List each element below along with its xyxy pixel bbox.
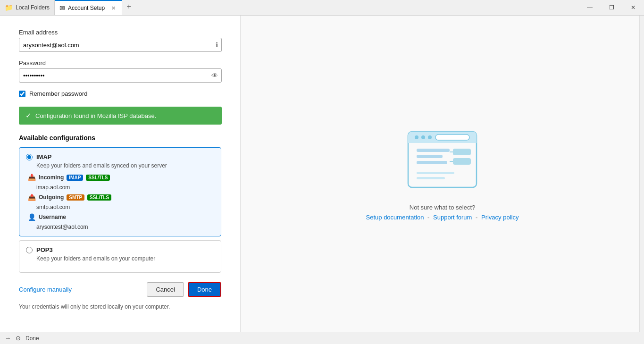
maximize-button[interactable]: ❐ — [601, 0, 622, 15]
svg-rect-7 — [417, 149, 450, 152]
smtp-badge: SMTP — [67, 194, 84, 201]
email-label: Email address — [19, 29, 221, 36]
svg-rect-10 — [453, 149, 471, 155]
username-label: Username — [39, 214, 66, 220]
tab-bar: 📁 Local Folders ✉ Account Setup ✕ + — [0, 0, 579, 15]
tab-account-setup-label: Account Setup — [68, 5, 105, 11]
svg-rect-14 — [417, 172, 454, 174]
success-banner: ✓ Configuration found in Mozilla ISP dat… — [19, 107, 222, 125]
incoming-icon: 📥 — [28, 174, 36, 181]
tab-local-folders[interactable]: 📁 Local Folders — [0, 0, 55, 15]
password-input-wrapper: 👁 — [19, 68, 222, 83]
svg-rect-9 — [417, 161, 447, 164]
window-controls: — ❐ ✕ — [579, 0, 644, 15]
footer-note: Your credentials will only be stored loc… — [19, 303, 221, 310]
email-input[interactable] — [19, 38, 222, 52]
pop3-description: Keep your folders and emails on your com… — [36, 255, 214, 262]
privacy-policy-link[interactable]: Privacy policy — [481, 214, 519, 221]
svg-point-5 — [428, 135, 432, 139]
password-label: Password — [19, 59, 221, 67]
email-input-wrapper: ℹ — [19, 38, 222, 52]
remember-password-checkbox[interactable] — [19, 91, 25, 97]
ssl-tls-badge-incoming: SSL/TLS — [86, 175, 110, 181]
status-arrow-icon: → — [5, 335, 11, 342]
outgoing-row: 📤 Outgoing SMTP SSL/TLS — [28, 193, 214, 201]
success-text: Configuration found in Mozilla ISP datab… — [35, 112, 156, 119]
svg-point-4 — [421, 135, 425, 139]
user-icon: 👤 — [28, 213, 36, 221]
new-tab-button[interactable]: + — [122, 0, 135, 13]
folder-icon: 📁 — [5, 4, 13, 11]
outgoing-label: Outgoing — [39, 194, 64, 201]
svg-rect-6 — [435, 134, 469, 140]
done-button[interactable]: Done — [188, 282, 221, 297]
close-tab-icon[interactable]: ✕ — [109, 4, 117, 12]
username-value: arysontest@aol.com — [36, 224, 214, 230]
minimize-button[interactable]: — — [579, 0, 601, 15]
checkmark-icon: ✓ — [25, 111, 32, 120]
outgoing-icon: 📤 — [28, 193, 36, 201]
separator2: - — [476, 214, 477, 221]
support-forum-link[interactable]: Support forum — [433, 214, 472, 221]
main-container: Email address ℹ Password 👁 Remember pass… — [0, 16, 644, 332]
button-row: Cancel Done — [147, 282, 221, 297]
incoming-row: 📥 Incoming IMAP SSL/TLS — [28, 174, 214, 181]
svg-rect-15 — [417, 177, 445, 179]
pop3-option[interactable]: POP3 Keep your folders and emails on you… — [19, 240, 221, 273]
password-input[interactable] — [19, 68, 222, 83]
remember-password-row: Remember password — [19, 90, 221, 97]
help-links: Setup documentation - Support forum - Pr… — [366, 214, 519, 221]
incoming-label: Incoming — [39, 174, 64, 181]
username-row: 👤 Username — [28, 213, 214, 221]
tab-account-setup[interactable]: ✉ Account Setup ✕ — [55, 0, 122, 15]
email-icon: ✉ — [59, 4, 65, 12]
svg-rect-8 — [417, 155, 443, 158]
show-password-icon[interactable]: 👁 — [211, 72, 218, 79]
password-group: Password 👁 — [19, 59, 221, 83]
not-sure-text: Not sure what to select? — [410, 204, 475, 211]
close-window-button[interactable]: ✕ — [622, 0, 644, 15]
imap-radio[interactable] — [26, 154, 33, 160]
svg-point-3 — [415, 135, 418, 139]
pop3-label: POP3 — [36, 246, 53, 253]
incoming-server: imap.aol.com — [36, 184, 214, 191]
tab-local-folders-label: Local Folders — [16, 4, 50, 11]
imap-header: IMAP — [26, 153, 214, 160]
configure-manually-link[interactable]: Configure manually — [19, 286, 72, 293]
pop3-header: POP3 — [26, 246, 214, 253]
separator1: - — [427, 214, 429, 221]
imap-option[interactable]: IMAP Keep your folders and emails synced… — [19, 147, 221, 236]
illustration — [403, 127, 481, 194]
left-panel: Email address ℹ Password 👁 Remember pass… — [0, 16, 241, 332]
imap-description: Keep your folders and emails synced on y… — [36, 162, 214, 169]
info-icon[interactable]: ℹ — [216, 41, 218, 49]
outgoing-server: smtp.aol.com — [36, 204, 214, 210]
setup-documentation-link[interactable]: Setup documentation — [366, 214, 424, 221]
email-group: Email address ℹ — [19, 29, 221, 52]
status-radio-icon: ⊙ — [16, 335, 21, 342]
imap-badge: IMAP — [67, 175, 83, 181]
remember-password-label: Remember password — [29, 90, 88, 97]
ssl-tls-badge-outgoing: SSL/TLS — [87, 194, 111, 201]
statusbar-label: Done — [25, 335, 39, 342]
imap-label: IMAP — [36, 153, 52, 160]
bottom-actions: Configure manually Cancel Done — [19, 282, 221, 297]
scrollbar[interactable] — [639, 16, 644, 332]
configurations-title: Available configurations — [19, 134, 221, 142]
statusbar: → ⊙ Done — [0, 332, 644, 344]
titlebar: 📁 Local Folders ✉ Account Setup ✕ + — ❐ … — [0, 0, 644, 16]
svg-rect-11 — [453, 158, 471, 165]
right-panel: Not sure what to select? Setup documenta… — [241, 16, 644, 332]
pop3-radio[interactable] — [26, 247, 33, 253]
cancel-button[interactable]: Cancel — [147, 282, 184, 297]
